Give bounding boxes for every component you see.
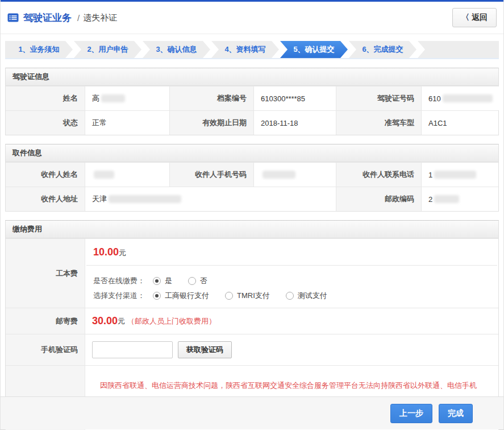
postage-fee-amount: 30.00 (92, 315, 118, 327)
redaction-blur (434, 171, 476, 179)
step-5-active[interactable]: 5、确认提交 (280, 41, 348, 58)
work-fee-unit: 元 (119, 249, 126, 257)
step-2[interactable]: 2、用户申告 (74, 41, 141, 58)
recipient-name-label: 收件人姓名 (6, 163, 85, 187)
channel-option-test[interactable]: 测试支付 (286, 291, 327, 301)
vehicle-class-label: 准驾车型 (336, 111, 421, 135)
work-fee-row: 工本费 10.00元 是否在线缴费： 是 否 (6, 238, 498, 308)
redaction-blur (443, 94, 493, 102)
license-business-icon (7, 12, 19, 23)
step-1[interactable]: 1、业务须知 (5, 41, 73, 58)
postage-fee-label: 邮寄费 (6, 308, 85, 334)
name-label: 姓名 (6, 86, 85, 110)
name-value: 高 (85, 86, 169, 110)
chevron-left-icon: 〈 (461, 13, 469, 23)
get-code-button[interactable]: 获取验证码 (178, 341, 232, 358)
page-header: 驾驶证业务 / 遗失补证 〈 返回 (1, 2, 503, 34)
sms-code-value: 获取验证码 (85, 334, 498, 365)
postage-fee-note: （邮政人员上门收取费用） (127, 316, 216, 326)
work-fee-value: 10.00元 是否在线缴费： 是 否 (85, 239, 498, 308)
pickup-info-title: 取件信息 (6, 144, 498, 162)
radio-unchecked-icon (286, 292, 294, 300)
table-row: 收件人地址 天津 邮政编码 2 (6, 187, 498, 211)
page-title: 驾驶证业务 (23, 11, 72, 24)
radio-checked-icon (153, 292, 161, 300)
postal-code-value: 2 (421, 187, 498, 211)
work-fee-label: 工本费 (6, 239, 85, 308)
footer-action-bar: 上一步 完成 (1, 396, 503, 429)
page: 驾驶证业务 / 遗失补证 〈 返回 1、业务须知 2、用户申告 3、确认信息 4… (0, 0, 504, 430)
radio-unchecked-icon (225, 292, 233, 300)
pickup-info-section: 取件信息 收件人姓名 收件人手机号码 收件人联系电话 1 收件人地址 天津 (5, 144, 499, 212)
postage-fee-unit: 元 (118, 316, 125, 326)
table-row: 姓名 高 档案编号 610300****85 驾驶证号码 610 (6, 86, 498, 110)
online-payment-question: 是否在线缴费： (93, 276, 145, 286)
channel-option-tmri[interactable]: TMRI支付 (225, 291, 270, 301)
step-wizard: 1、业务须知 2、用户申告 3、确认信息 4、资料填写 5、确认提交 6、完成提… (5, 41, 499, 59)
radio-unchecked-icon (188, 277, 196, 285)
file-number-label: 档案编号 (169, 86, 253, 110)
postal-code-label: 邮政编码 (336, 187, 421, 211)
license-info-title: 驾驶证信息 (6, 68, 498, 86)
channel-option-icbc[interactable]: 工商银行支付 (153, 291, 209, 301)
recipient-name-value (85, 163, 169, 187)
vehicle-class-value: A1C1 (421, 111, 498, 135)
radio-checked-icon (153, 277, 161, 285)
sms-code-input[interactable] (92, 341, 173, 358)
status-value: 正常 (85, 111, 169, 135)
fee-section-title: 缴纳费用 (6, 221, 498, 238)
redaction-blur (109, 195, 181, 203)
redaction-blur (94, 171, 114, 179)
recipient-mobile-value (253, 163, 336, 187)
expiry-date-value: 2018-11-18 (253, 111, 336, 135)
step-4[interactable]: 4、资料填写 (211, 41, 279, 58)
sms-code-label: 手机验证码 (6, 334, 85, 365)
back-button[interactable]: 〈 返回 (452, 8, 497, 27)
step-6[interactable]: 6、完成提交 (349, 41, 416, 58)
back-button-label: 返回 (472, 13, 488, 23)
postage-fee-value: 30.00元 （邮政人员上门收取费用） (85, 308, 498, 334)
work-fee-amount-line: 10.00元 (85, 239, 498, 265)
license-info-section: 驾驶证信息 姓名 高 档案编号 610300****85 驾驶证号码 610 状… (5, 68, 499, 135)
file-number-value: 610300****85 (253, 86, 336, 110)
breadcrumb-separator: / (77, 13, 80, 23)
online-payment-option-yes[interactable]: 是 (153, 276, 172, 286)
status-label: 状态 (6, 111, 85, 135)
step-3[interactable]: 3、确认信息 (143, 41, 210, 58)
redaction-blur (101, 94, 125, 102)
license-number-value: 610 (421, 86, 499, 110)
redaction-blur (434, 195, 459, 203)
previous-step-button[interactable]: 上一步 (390, 404, 432, 423)
payment-channel-row: 选择支付渠道： 工商银行支付 TMRI支付 测试支付 (93, 291, 490, 301)
recipient-phone-value: 1 (421, 163, 498, 187)
breadcrumb-current: 遗失补证 (83, 13, 117, 23)
recipient-address-value: 天津 (85, 187, 336, 211)
payment-channel-question: 选择支付渠道： (93, 291, 145, 301)
license-number-label: 驾驶证号码 (336, 86, 421, 110)
redaction-blur (263, 171, 295, 179)
recipient-phone-label: 收件人联系电话 (336, 163, 421, 187)
recipient-address-label: 收件人地址 (6, 187, 85, 211)
sms-code-row: 手机验证码 获取验证码 (6, 334, 498, 365)
postage-fee-row: 邮寄费 30.00元 （邮政人员上门收取费用） (6, 308, 498, 334)
expiry-date-label: 有效期止日期 (169, 111, 253, 135)
finish-button[interactable]: 完成 (439, 404, 473, 423)
step-bar-filler (418, 41, 499, 58)
online-payment-option-no[interactable]: 否 (188, 276, 207, 286)
recipient-mobile-label: 收件人手机号码 (169, 163, 253, 187)
online-payment-row: 是否在线缴费： 是 否 (93, 276, 490, 286)
table-row: 收件人姓名 收件人手机号码 收件人联系电话 1 (6, 162, 498, 187)
work-fee-amount: 10.00 (93, 246, 119, 258)
table-row: 状态 正常 有效期止日期 2018-11-18 准驾车型 A1C1 (6, 110, 498, 135)
